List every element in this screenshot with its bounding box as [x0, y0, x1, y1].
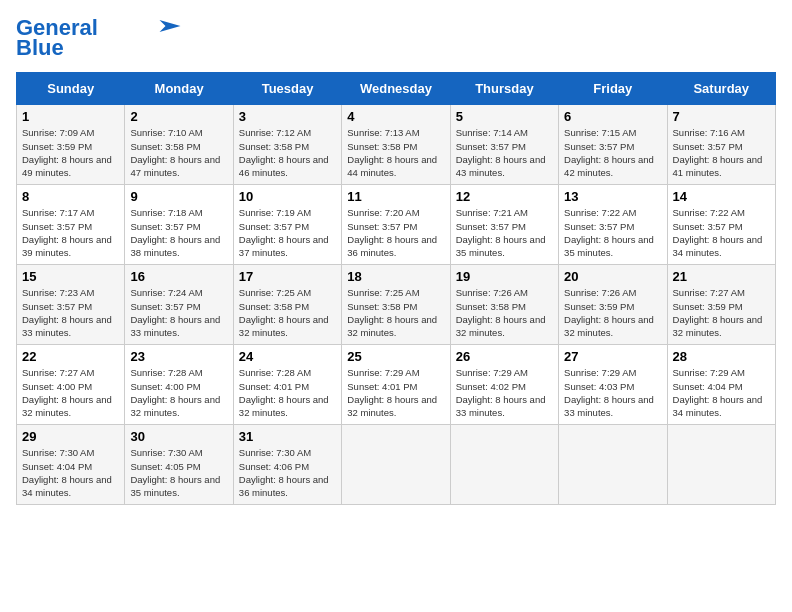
calendar-cell: 4 Sunrise: 7:13 AMSunset: 3:58 PMDayligh… [342, 105, 450, 185]
calendar-cell: 2 Sunrise: 7:10 AMSunset: 3:58 PMDayligh… [125, 105, 233, 185]
page-header: General Blue [16, 16, 776, 60]
day-detail: Sunrise: 7:30 AMSunset: 4:04 PMDaylight:… [22, 447, 112, 498]
day-number: 1 [22, 109, 119, 124]
day-number: 30 [130, 429, 227, 444]
col-header-sunday: Sunday [17, 73, 125, 105]
day-detail: Sunrise: 7:22 AMSunset: 3:57 PMDaylight:… [564, 207, 654, 258]
calendar-cell: 8 Sunrise: 7:17 AMSunset: 3:57 PMDayligh… [17, 185, 125, 265]
day-number: 28 [673, 349, 770, 364]
day-number: 12 [456, 189, 553, 204]
day-detail: Sunrise: 7:24 AMSunset: 3:57 PMDaylight:… [130, 287, 220, 338]
day-detail: Sunrise: 7:29 AMSunset: 4:02 PMDaylight:… [456, 367, 546, 418]
col-header-friday: Friday [559, 73, 667, 105]
day-detail: Sunrise: 7:13 AMSunset: 3:58 PMDaylight:… [347, 127, 437, 178]
day-detail: Sunrise: 7:27 AMSunset: 4:00 PMDaylight:… [22, 367, 112, 418]
calendar-week-row: 22 Sunrise: 7:27 AMSunset: 4:00 PMDaylig… [17, 345, 776, 425]
calendar-week-row: 1 Sunrise: 7:09 AMSunset: 3:59 PMDayligh… [17, 105, 776, 185]
col-header-wednesday: Wednesday [342, 73, 450, 105]
day-detail: Sunrise: 7:23 AMSunset: 3:57 PMDaylight:… [22, 287, 112, 338]
calendar-cell: 19 Sunrise: 7:26 AMSunset: 3:58 PMDaylig… [450, 265, 558, 345]
calendar-cell: 30 Sunrise: 7:30 AMSunset: 4:05 PMDaylig… [125, 425, 233, 505]
day-detail: Sunrise: 7:30 AMSunset: 4:05 PMDaylight:… [130, 447, 220, 498]
calendar-cell: 1 Sunrise: 7:09 AMSunset: 3:59 PMDayligh… [17, 105, 125, 185]
day-number: 9 [130, 189, 227, 204]
svg-marker-0 [159, 20, 180, 32]
day-detail: Sunrise: 7:21 AMSunset: 3:57 PMDaylight:… [456, 207, 546, 258]
calendar-cell: 10 Sunrise: 7:19 AMSunset: 3:57 PMDaylig… [233, 185, 341, 265]
calendar-week-row: 8 Sunrise: 7:17 AMSunset: 3:57 PMDayligh… [17, 185, 776, 265]
day-detail: Sunrise: 7:29 AMSunset: 4:03 PMDaylight:… [564, 367, 654, 418]
day-number: 25 [347, 349, 444, 364]
calendar-table: SundayMondayTuesdayWednesdayThursdayFrid… [16, 72, 776, 505]
calendar-cell: 26 Sunrise: 7:29 AMSunset: 4:02 PMDaylig… [450, 345, 558, 425]
day-detail: Sunrise: 7:16 AMSunset: 3:57 PMDaylight:… [673, 127, 763, 178]
calendar-cell: 11 Sunrise: 7:20 AMSunset: 3:57 PMDaylig… [342, 185, 450, 265]
calendar-cell: 12 Sunrise: 7:21 AMSunset: 3:57 PMDaylig… [450, 185, 558, 265]
day-detail: Sunrise: 7:10 AMSunset: 3:58 PMDaylight:… [130, 127, 220, 178]
day-detail: Sunrise: 7:29 AMSunset: 4:01 PMDaylight:… [347, 367, 437, 418]
calendar-cell: 20 Sunrise: 7:26 AMSunset: 3:59 PMDaylig… [559, 265, 667, 345]
day-detail: Sunrise: 7:25 AMSunset: 3:58 PMDaylight:… [239, 287, 329, 338]
day-number: 27 [564, 349, 661, 364]
day-number: 20 [564, 269, 661, 284]
day-number: 15 [22, 269, 119, 284]
day-number: 11 [347, 189, 444, 204]
day-detail: Sunrise: 7:15 AMSunset: 3:57 PMDaylight:… [564, 127, 654, 178]
day-number: 10 [239, 189, 336, 204]
calendar-cell: 14 Sunrise: 7:22 AMSunset: 3:57 PMDaylig… [667, 185, 775, 265]
day-number: 22 [22, 349, 119, 364]
day-number: 14 [673, 189, 770, 204]
day-number: 18 [347, 269, 444, 284]
calendar-cell: 27 Sunrise: 7:29 AMSunset: 4:03 PMDaylig… [559, 345, 667, 425]
day-number: 19 [456, 269, 553, 284]
day-number: 7 [673, 109, 770, 124]
calendar-cell: 15 Sunrise: 7:23 AMSunset: 3:57 PMDaylig… [17, 265, 125, 345]
day-number: 16 [130, 269, 227, 284]
day-number: 4 [347, 109, 444, 124]
day-detail: Sunrise: 7:19 AMSunset: 3:57 PMDaylight:… [239, 207, 329, 258]
calendar-cell: 28 Sunrise: 7:29 AMSunset: 4:04 PMDaylig… [667, 345, 775, 425]
calendar-week-row: 15 Sunrise: 7:23 AMSunset: 3:57 PMDaylig… [17, 265, 776, 345]
calendar-cell: 22 Sunrise: 7:27 AMSunset: 4:00 PMDaylig… [17, 345, 125, 425]
calendar-cell: 13 Sunrise: 7:22 AMSunset: 3:57 PMDaylig… [559, 185, 667, 265]
calendar-cell [342, 425, 450, 505]
day-number: 5 [456, 109, 553, 124]
calendar-cell: 25 Sunrise: 7:29 AMSunset: 4:01 PMDaylig… [342, 345, 450, 425]
calendar-cell: 21 Sunrise: 7:27 AMSunset: 3:59 PMDaylig… [667, 265, 775, 345]
calendar-cell: 9 Sunrise: 7:18 AMSunset: 3:57 PMDayligh… [125, 185, 233, 265]
calendar-cell: 24 Sunrise: 7:28 AMSunset: 4:01 PMDaylig… [233, 345, 341, 425]
day-detail: Sunrise: 7:28 AMSunset: 4:00 PMDaylight:… [130, 367, 220, 418]
day-number: 31 [239, 429, 336, 444]
day-detail: Sunrise: 7:30 AMSunset: 4:06 PMDaylight:… [239, 447, 329, 498]
day-detail: Sunrise: 7:18 AMSunset: 3:57 PMDaylight:… [130, 207, 220, 258]
col-header-saturday: Saturday [667, 73, 775, 105]
day-detail: Sunrise: 7:22 AMSunset: 3:57 PMDaylight:… [673, 207, 763, 258]
day-number: 29 [22, 429, 119, 444]
calendar-cell: 3 Sunrise: 7:12 AMSunset: 3:58 PMDayligh… [233, 105, 341, 185]
day-number: 2 [130, 109, 227, 124]
day-number: 3 [239, 109, 336, 124]
day-number: 8 [22, 189, 119, 204]
day-number: 17 [239, 269, 336, 284]
day-number: 23 [130, 349, 227, 364]
calendar-cell: 16 Sunrise: 7:24 AMSunset: 3:57 PMDaylig… [125, 265, 233, 345]
day-detail: Sunrise: 7:17 AMSunset: 3:57 PMDaylight:… [22, 207, 112, 258]
day-detail: Sunrise: 7:25 AMSunset: 3:58 PMDaylight:… [347, 287, 437, 338]
day-number: 21 [673, 269, 770, 284]
calendar-cell: 7 Sunrise: 7:16 AMSunset: 3:57 PMDayligh… [667, 105, 775, 185]
day-detail: Sunrise: 7:28 AMSunset: 4:01 PMDaylight:… [239, 367, 329, 418]
day-detail: Sunrise: 7:09 AMSunset: 3:59 PMDaylight:… [22, 127, 112, 178]
col-header-monday: Monday [125, 73, 233, 105]
day-detail: Sunrise: 7:12 AMSunset: 3:58 PMDaylight:… [239, 127, 329, 178]
day-detail: Sunrise: 7:14 AMSunset: 3:57 PMDaylight:… [456, 127, 546, 178]
logo-arrow-icon [152, 18, 182, 34]
day-number: 26 [456, 349, 553, 364]
calendar-week-row: 29 Sunrise: 7:30 AMSunset: 4:04 PMDaylig… [17, 425, 776, 505]
logo: General Blue [16, 16, 182, 60]
calendar-cell: 23 Sunrise: 7:28 AMSunset: 4:00 PMDaylig… [125, 345, 233, 425]
calendar-cell [667, 425, 775, 505]
day-number: 6 [564, 109, 661, 124]
calendar-cell: 31 Sunrise: 7:30 AMSunset: 4:06 PMDaylig… [233, 425, 341, 505]
day-detail: Sunrise: 7:26 AMSunset: 3:58 PMDaylight:… [456, 287, 546, 338]
calendar-cell: 17 Sunrise: 7:25 AMSunset: 3:58 PMDaylig… [233, 265, 341, 345]
